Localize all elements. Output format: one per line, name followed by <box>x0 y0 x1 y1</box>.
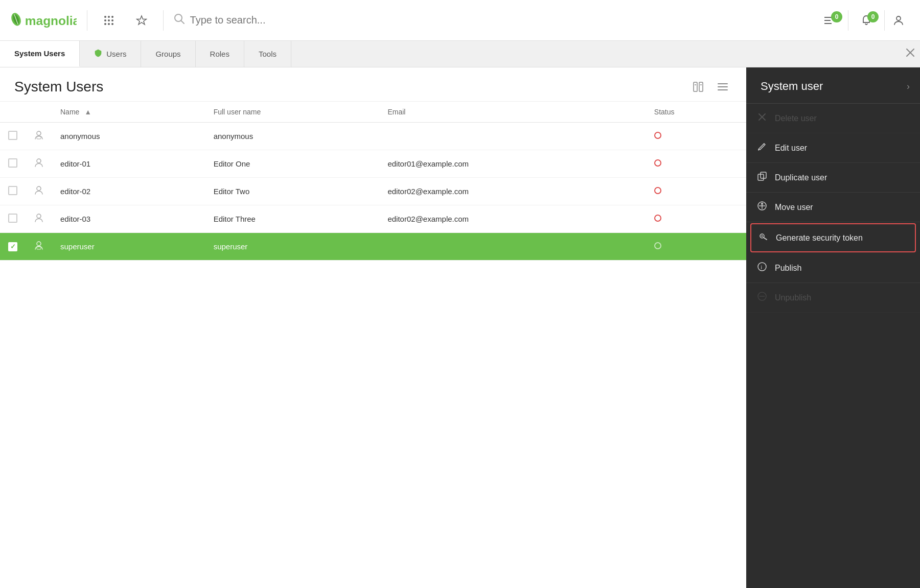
row-status <box>646 233 746 261</box>
row-email: editor02@example.com <box>379 205 646 233</box>
search-input[interactable] <box>190 14 804 26</box>
row-status <box>646 150 746 178</box>
content-area: System Users <box>0 67 746 588</box>
top-nav: magnolia <box>0 0 920 41</box>
svg-point-5 <box>108 16 110 18</box>
tasks-button[interactable]: 0 <box>815 9 845 32</box>
user-icon <box>34 132 44 142</box>
svg-rect-22 <box>694 82 697 91</box>
user-profile-button[interactable] <box>887 9 910 32</box>
generate-security-token-label: Generate security token <box>776 233 863 243</box>
svg-point-34 <box>37 242 41 246</box>
svg-rect-23 <box>699 82 703 91</box>
row-fullname: Editor One <box>205 150 380 178</box>
panel-chevron-right-icon[interactable]: › <box>907 81 910 92</box>
row-checkbox-cell <box>0 233 26 261</box>
action-edit-user[interactable]: Edit user <box>746 133 920 163</box>
apps-button[interactable] <box>98 9 120 32</box>
page-title: System Users <box>14 79 103 95</box>
status-column-header: Status <box>646 102 746 123</box>
table-row[interactable]: anonymous anonymous <box>0 123 746 150</box>
tab-system-users[interactable]: System Users <box>0 41 80 67</box>
logo: magnolia <box>10 11 77 30</box>
table-row[interactable]: superuser superuser <box>0 233 746 261</box>
right-panel: System user › Delete user Edit user Dupl… <box>746 67 920 588</box>
menu-button[interactable] <box>714 78 732 96</box>
row-name: superuser <box>52 233 205 261</box>
tab-bar: System Users Users Groups Roles Tools <box>0 41 920 67</box>
row-email: editor02@example.com <box>379 178 646 205</box>
actions-container: Delete user Edit user Duplicate user Mov… <box>746 104 920 313</box>
column-settings-button[interactable] <box>689 78 707 96</box>
name-column-header[interactable]: Name ▲ <box>52 102 205 123</box>
tab-roles-label: Roles <box>210 50 229 58</box>
svg-point-4 <box>104 16 106 18</box>
nav-right: 0 0 <box>815 9 910 32</box>
generate-security-token-icon <box>757 231 769 244</box>
move-user-icon <box>756 201 768 214</box>
action-duplicate-user[interactable]: Duplicate user <box>746 163 920 193</box>
close-tabs-button[interactable] <box>901 48 920 60</box>
row-icon-cell <box>26 205 52 233</box>
row-name: editor-01 <box>52 150 205 178</box>
svg-line-47 <box>764 238 767 240</box>
tab-groups-label: Groups <box>155 50 180 58</box>
row-checkbox[interactable] <box>8 186 17 195</box>
tab-groups[interactable]: Groups <box>141 41 195 67</box>
row-checkbox[interactable] <box>8 131 17 140</box>
unpublish-icon <box>756 291 768 304</box>
action-delete-user: Delete user <box>746 104 920 133</box>
edit-user-icon <box>756 142 768 154</box>
panel-title: System user <box>761 80 907 93</box>
search-icon <box>174 13 185 28</box>
row-name: anonymous <box>52 123 205 150</box>
table-header: Name ▲ Full user name Email Status <box>0 102 746 123</box>
select-all-header <box>0 102 26 123</box>
delete-user-label: Delete user <box>775 114 817 123</box>
tasks-badge: 0 <box>831 11 842 22</box>
action-generate-security-token[interactable]: Generate security token <box>750 223 916 252</box>
publish-icon: i <box>756 262 768 274</box>
notifications-button[interactable]: 0 <box>851 9 882 32</box>
nav-divider-4 <box>884 10 885 31</box>
panel-header: System user › <box>746 67 920 104</box>
row-status <box>646 205 746 233</box>
move-user-label: Move user <box>775 203 813 212</box>
tab-roles[interactable]: Roles <box>196 41 244 67</box>
tab-users[interactable]: Users <box>80 41 141 67</box>
row-checkbox[interactable] <box>8 242 17 251</box>
action-move-user[interactable]: Move user <box>746 193 920 222</box>
svg-point-33 <box>37 214 41 218</box>
svg-line-38 <box>763 144 764 145</box>
svg-point-11 <box>108 23 110 25</box>
action-unpublish: Unpublish <box>746 283 920 313</box>
svg-rect-30 <box>37 136 41 139</box>
favorites-button[interactable] <box>130 9 153 32</box>
row-checkbox[interactable] <box>8 214 17 223</box>
user-icon <box>34 215 44 225</box>
row-email <box>379 233 646 261</box>
duplicate-user-label: Duplicate user <box>775 173 827 182</box>
svg-point-9 <box>111 19 113 21</box>
row-icon-cell <box>26 233 52 261</box>
row-name: editor-03 <box>52 205 205 233</box>
row-icon-cell <box>26 123 52 150</box>
row-checkbox[interactable] <box>8 158 17 168</box>
row-status <box>646 123 746 150</box>
svg-text:magnolia: magnolia <box>25 14 77 28</box>
tab-tools[interactable]: Tools <box>244 41 291 67</box>
action-publish[interactable]: i Publish <box>746 253 920 283</box>
table-row[interactable]: editor-03 Editor Three editor02@example.… <box>0 205 746 233</box>
svg-point-19 <box>896 16 901 20</box>
svg-point-10 <box>104 23 106 25</box>
table-body: anonymous anonymous editor-01 E <box>0 123 746 261</box>
nav-divider-2 <box>163 10 164 31</box>
svg-point-8 <box>108 19 110 21</box>
table-scroll: Name ▲ Full user name Email Status <box>0 102 746 588</box>
svg-line-14 <box>181 20 184 23</box>
row-checkbox-cell <box>0 123 26 150</box>
row-fullname: Editor Two <box>205 178 380 205</box>
row-icon-cell <box>26 178 52 205</box>
table-row[interactable]: editor-02 Editor Two editor02@example.co… <box>0 178 746 205</box>
table-row[interactable]: editor-01 Editor One editor01@example.co… <box>0 150 746 178</box>
